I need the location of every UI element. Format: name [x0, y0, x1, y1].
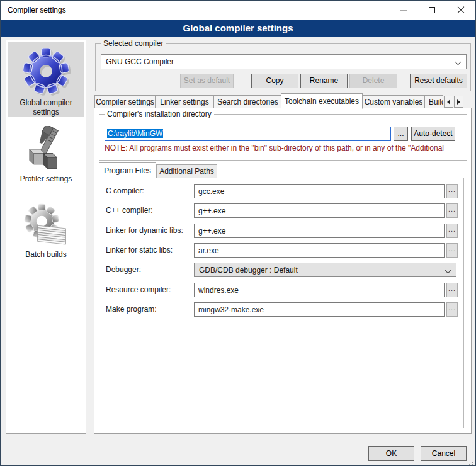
c-compiler-input[interactable]: gcc.exe	[194, 184, 445, 198]
installation-directory-group: Compiler's installation directory C:\ray…	[99, 114, 467, 161]
compiler-settings-dialog: Compiler settings Global compiler settin…	[0, 0, 476, 466]
minimize-button[interactable]	[388, 1, 417, 20]
copy-button[interactable]: Copy	[251, 74, 298, 88]
field-label: Debugger:	[106, 265, 141, 274]
field-row-linker-static: Linker for static libs: ar.exe ...	[99, 243, 463, 258]
tab-linker-settings[interactable]: Linker settings	[156, 95, 213, 108]
cpp-compiler-input[interactable]: g++.exe	[194, 203, 445, 218]
sidebar-item-label: Profiler settings	[8, 174, 84, 184]
field-label: C++ compiler:	[106, 206, 153, 215]
field-row-make-program: Make program: mingw32-make.exe ...	[99, 302, 463, 317]
compiler-select[interactable]: GNU GCC Compiler	[101, 54, 467, 69]
delete-button[interactable]: Delete	[349, 74, 397, 88]
installation-directory-value: C:\raylib\MinGW	[107, 129, 163, 138]
rename-button[interactable]: Rename	[300, 74, 348, 88]
field-label: C compiler:	[106, 186, 144, 195]
browse-button[interactable]: ...	[446, 302, 458, 317]
chevron-down-icon	[455, 59, 462, 65]
chevron-down-icon	[445, 268, 451, 274]
browse-button[interactable]: ...	[446, 203, 458, 218]
tab-compiler-settings[interactable]: Compiler settings	[94, 95, 156, 108]
maximize-icon	[429, 7, 435, 13]
field-label: Linker for dynamic libs:	[106, 226, 183, 235]
sidebar-item-batch-builds[interactable]: Batch builds	[8, 202, 84, 264]
installation-directory-legend: Compiler's installation directory	[105, 110, 214, 118]
caliper-icon	[24, 126, 68, 173]
resize-grip[interactable]	[472, 462, 473, 463]
field-row-cpp-compiler: C++ compiler: g++.exe ...	[99, 203, 463, 218]
browse-button[interactable]: ...	[446, 224, 458, 238]
blue-gear-icon	[21, 46, 71, 96]
installation-directory-input[interactable]: C:\raylib\MinGW	[105, 127, 391, 141]
close-button[interactable]	[446, 1, 475, 20]
subtab-program-files[interactable]: Program Files	[99, 162, 156, 178]
field-label: Resource compiler:	[106, 285, 171, 294]
ok-button[interactable]: OK	[368, 446, 414, 461]
arrow-left-icon	[447, 99, 450, 105]
set-as-default-button[interactable]: Set as default	[180, 74, 234, 88]
window-title: Compiler settings	[8, 6, 66, 14]
sidebar-item-label: Global compiler settings	[8, 98, 84, 117]
browse-button[interactable]: ...	[446, 283, 458, 297]
dialog-header: Global compiler settings	[1, 20, 475, 37]
linker-dynamic-input[interactable]: g++.exe	[194, 224, 445, 238]
tab-search-directories[interactable]: Search directories	[213, 95, 282, 108]
tab-custom-variables[interactable]: Custom variables	[363, 95, 424, 108]
footer-divider	[6, 440, 472, 440]
cancel-button[interactable]: Cancel	[421, 446, 467, 461]
sidebar-item-profiler-settings[interactable]: Profiler settings	[8, 125, 84, 185]
minimize-icon	[400, 10, 407, 11]
auto-detect-button[interactable]: Auto-detect	[411, 127, 455, 141]
selected-compiler-legend: Selected compiler	[101, 39, 166, 48]
tab-scroll-left-button[interactable]	[444, 96, 453, 108]
sidebar-item-label: Batch builds	[8, 250, 84, 259]
subtab-additional-paths[interactable]: Additional Paths	[156, 164, 217, 178]
gear-stack-icon	[23, 203, 69, 248]
resource-compiler-input[interactable]: windres.exe	[194, 283, 445, 297]
settings-sidebar: Global compiler settings	[6, 40, 86, 434]
close-icon	[456, 6, 465, 14]
maximize-button[interactable]	[417, 1, 446, 20]
installation-note: NOTE: All programs must exist either in …	[105, 144, 465, 152]
tab-build-options[interactable]: Build options	[424, 95, 443, 108]
toolchain-executables-page: Compiler's installation directory C:\ray…	[94, 108, 472, 434]
field-label: Make program:	[106, 305, 157, 314]
tab-scroll-right-button[interactable]	[454, 96, 463, 108]
tab-toolchain-executables[interactable]: Toolchain executables	[281, 93, 363, 109]
compiler-select-value: GNU GCC Compiler	[106, 57, 174, 66]
arrow-right-icon	[457, 99, 460, 105]
dialog-header-title: Global compiler settings	[183, 23, 293, 33]
field-row-resource-compiler: Resource compiler: windres.exe ...	[99, 283, 463, 297]
debugger-select[interactable]: GDB/CDB debugger : Default	[194, 263, 456, 277]
field-row-linker-dynamic: Linker for dynamic libs: g++.exe ...	[99, 224, 463, 238]
browse-button[interactable]: ...	[446, 184, 458, 198]
make-program-input[interactable]: mingw32-make.exe	[194, 302, 445, 317]
browse-button[interactable]: ...	[446, 243, 458, 258]
titlebar[interactable]: Compiler settings	[1, 1, 475, 20]
sidebar-item-global-compiler-settings[interactable]: Global compiler settings	[8, 42, 84, 117]
compiler-buttons-row: Set as default Copy Rename Delete Reset …	[96, 74, 470, 88]
field-label: Linker for static libs:	[106, 246, 173, 254]
linker-static-input[interactable]: ar.exe	[194, 243, 445, 258]
field-row-debugger: Debugger: GDB/CDB debugger : Default	[99, 263, 463, 277]
program-files-panel: C compiler: gcc.exe ... C++ compiler: g+…	[99, 178, 464, 428]
selected-compiler-group: Selected compiler GNU GCC Compiler Set a…	[95, 43, 471, 91]
reset-defaults-button[interactable]: Reset defaults	[410, 74, 467, 88]
browse-directory-button[interactable]: ...	[394, 127, 408, 141]
field-row-c-compiler: C compiler: gcc.exe ...	[99, 184, 463, 198]
